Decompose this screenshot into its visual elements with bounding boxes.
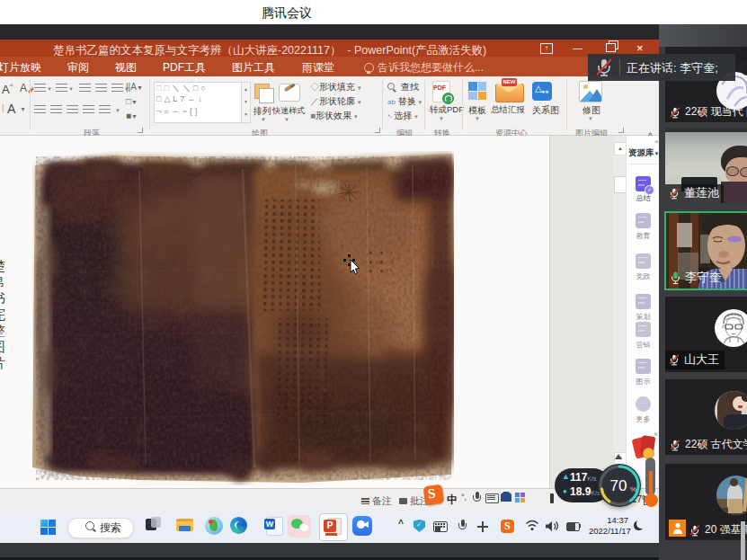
svg-text:70: 70 xyxy=(610,477,627,494)
svg-text:%: % xyxy=(630,485,636,493)
